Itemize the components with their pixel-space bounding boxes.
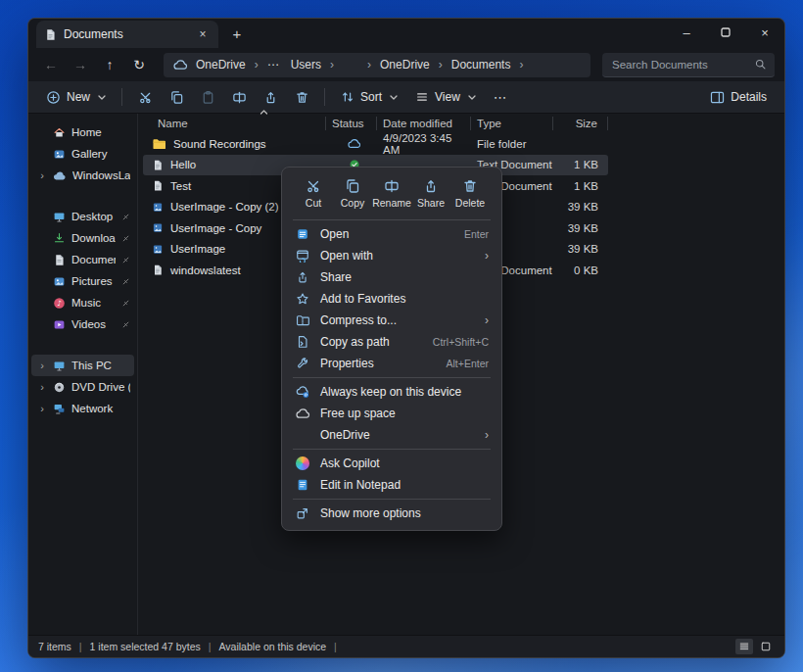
chevron-right-icon[interactable]: ›	[37, 169, 47, 181]
close-button[interactable]: ×	[745, 19, 784, 46]
network-icon	[53, 403, 66, 415]
cut-button[interactable]	[130, 85, 160, 109]
refresh-button[interactable]: ↻	[126, 53, 152, 76]
minimize-button[interactable]: –	[667, 19, 706, 46]
context-copy-button[interactable]: Copy	[334, 176, 371, 211]
menu-item-free-up-space[interactable]: Free up space	[287, 403, 496, 424]
quick-actions: Cut Copy Rename Share	[287, 172, 496, 216]
file-list-area: Name Status Date modified Type Size Soun…	[138, 114, 784, 635]
breadcrumb[interactable]: OneDrive › ⋯ Users › › OneDrive › Docume…	[164, 53, 590, 77]
file-size: 39 KB	[553, 243, 608, 255]
copy-button[interactable]	[162, 85, 191, 109]
tab-close-icon[interactable]: ×	[195, 26, 211, 42]
context-rename-button[interactable]: Rename	[373, 176, 410, 211]
menu-item-compress-to[interactable]: Compress to... ›	[287, 310, 496, 331]
sort-button[interactable]: Sort	[333, 86, 405, 108]
file-name: UserImage - Copy	[170, 222, 261, 234]
chevron-right-icon[interactable]: ›	[37, 403, 47, 414]
sidebar-item-this-pc[interactable]: › This PC	[31, 355, 134, 376]
sidebar-item-gallery[interactable]: Gallery	[31, 143, 134, 165]
search-box[interactable]	[602, 53, 775, 77]
new-button-label: New	[67, 90, 90, 104]
sort-ascending-icon	[260, 110, 268, 115]
context-cut-button[interactable]: Cut	[295, 176, 332, 211]
pin-icon	[121, 320, 130, 329]
sidebar-item-onedrive[interactable]: › WindowsLatest - P	[31, 165, 134, 186]
copilot-icon	[295, 456, 310, 471]
documents-icon	[53, 254, 66, 266]
column-header-status[interactable]: Status	[326, 117, 377, 130]
sidebar-item-network[interactable]: › Network	[31, 398, 134, 419]
tab-documents[interactable]: Documents ×	[36, 21, 218, 48]
chevron-right-icon[interactable]: ›	[37, 381, 47, 393]
large-icons-view-icon[interactable]	[757, 639, 775, 654]
maximize-button[interactable]	[706, 19, 745, 46]
menu-separator	[293, 377, 491, 378]
menu-separator	[293, 499, 491, 500]
sidebar-item-label: Home	[71, 126, 130, 138]
details-pane-button[interactable]: Details	[702, 86, 775, 108]
breadcrumb-overflow[interactable]: ⋯	[263, 57, 283, 72]
menu-item-share[interactable]: Share	[287, 266, 496, 288]
sidebar-item-home[interactable]: Home	[31, 121, 134, 143]
breadcrumb-users[interactable]: Users	[287, 57, 325, 72]
menu-item-show-more-options[interactable]: Show more options	[287, 503, 496, 524]
context-share-button[interactable]: Share	[412, 176, 449, 211]
items-count: 7 items	[38, 641, 71, 652]
sidebar-item-videos[interactable]: Videos	[31, 313, 134, 335]
share-button[interactable]	[256, 85, 285, 109]
new-button[interactable]: New	[38, 86, 114, 109]
breadcrumb-onedrive2[interactable]: OneDrive	[376, 57, 434, 72]
sidebar-item-label: Desktop	[71, 211, 116, 222]
sidebar-item-label: Network	[71, 403, 130, 414]
sidebar-item-downloads[interactable]: Downloads	[31, 227, 134, 249]
breadcrumb-user-hidden[interactable]	[339, 64, 362, 66]
sidebar-item-documents[interactable]: Documents	[31, 249, 134, 270]
breadcrumb-onedrive[interactable]: OneDrive	[192, 57, 250, 72]
menu-item-onedrive[interactable]: OneDrive ›	[287, 424, 496, 446]
sidebar-item-pictures[interactable]: Pictures	[31, 270, 134, 292]
view-button[interactable]: View	[407, 86, 484, 108]
column-header-name[interactable]: Name	[152, 117, 326, 130]
menu-item-properties[interactable]: Properties Alt+Enter	[287, 353, 496, 374]
file-name: UserImage - Copy (2)	[170, 201, 279, 213]
sort-button-label: Sort	[360, 90, 382, 104]
delete-button[interactable]	[287, 85, 316, 109]
menu-item-always-keep-on-device[interactable]: Always keep on this device	[287, 381, 496, 403]
file-row-sound-recordings[interactable]: Sound Recordings 4/9/2023 3:45 AM File f…	[143, 133, 608, 155]
submenu-chevron-icon: ›	[485, 249, 489, 263]
sidebar-item-music[interactable]: ♪ Music	[31, 292, 134, 313]
menu-item-open[interactable]: Open Enter	[287, 223, 496, 245]
menu-item-open-with[interactable]: Open with ›	[287, 245, 496, 266]
back-button[interactable]: ←	[38, 53, 64, 76]
menu-item-add-to-favorites[interactable]: Add to Favorites	[287, 288, 496, 310]
file-name: windowslatest	[170, 264, 241, 276]
column-header-date-modified[interactable]: Date modified	[377, 117, 471, 130]
column-header-size[interactable]: Size	[553, 117, 608, 130]
sidebar-item-dvd-drive[interactable]: › DVD Drive (D:) CCC	[31, 376, 134, 398]
details-view-icon[interactable]	[735, 639, 753, 654]
menu-item-edit-in-notepad[interactable]: Edit in Notepad	[287, 474, 496, 496]
sidebar-item-desktop[interactable]: Desktop	[31, 206, 134, 227]
see-more-button[interactable]: ⋯	[486, 85, 516, 109]
context-delete-button[interactable]: Delete	[451, 176, 489, 211]
menu-separator	[293, 449, 491, 450]
shortcut-label: Ctrl+Shift+C	[433, 336, 489, 348]
pin-icon	[121, 256, 130, 264]
availability-status: Available on this device	[219, 641, 327, 652]
up-button[interactable]: ↑	[97, 53, 122, 76]
forward-button[interactable]: →	[68, 53, 93, 76]
new-tab-button[interactable]: +	[224, 23, 250, 46]
search-input[interactable]	[610, 58, 754, 72]
menu-item-copy-as-path[interactable]: Copy as path Ctrl+Shift+C	[287, 331, 496, 353]
image-file-icon	[152, 243, 164, 256]
breadcrumb-documents[interactable]: Documents	[448, 57, 515, 72]
menu-item-ask-copilot[interactable]: Ask Copilot	[287, 453, 496, 474]
sidebar-item-label: WindowsLatest - P	[72, 169, 130, 181]
column-header-type[interactable]: Type	[471, 117, 553, 130]
desktop-icon	[53, 211, 66, 223]
chevron-right-icon[interactable]: ›	[37, 360, 47, 371]
details-pane-label: Details	[731, 90, 767, 104]
rename-button[interactable]	[224, 85, 254, 109]
paste-button[interactable]	[193, 85, 222, 109]
